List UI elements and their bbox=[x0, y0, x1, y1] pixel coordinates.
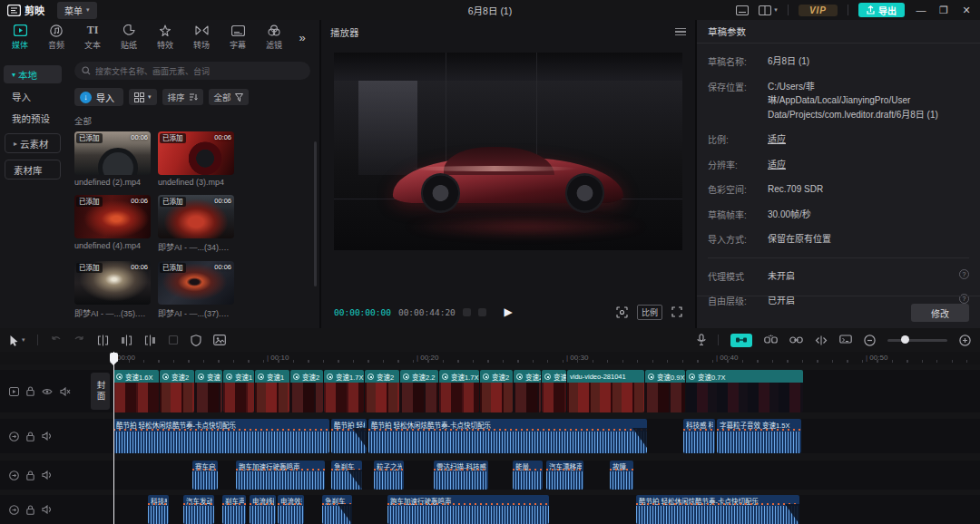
tab-sticker[interactable]: 贴纸 bbox=[111, 24, 147, 51]
video-clip[interactable]: 变速1.7X bbox=[439, 370, 479, 412]
delete-left-icon[interactable] bbox=[121, 335, 132, 346]
sound-effect-clip[interactable]: 酷节拍 轻松休闲炫酷节奏-卡点快切配乐 bbox=[636, 495, 799, 524]
sound-effect-clip[interactable]: 汽车发动 bbox=[183, 495, 214, 524]
undo-icon[interactable] bbox=[50, 335, 62, 345]
video-thumbnail[interactable]: 已添加 00:06 bbox=[158, 195, 234, 238]
sound-effect-clip[interactable]: 跑车加速行驶轰鸣声 bbox=[236, 461, 325, 490]
preview-quality-icon[interactable] bbox=[616, 306, 628, 318]
sound-effect-clip[interactable]: 刹车声 bbox=[222, 495, 246, 524]
param-value-link[interactable]: 适应 bbox=[768, 132, 802, 147]
minimize-button[interactable]: — bbox=[915, 5, 927, 15]
lock-icon[interactable] bbox=[26, 432, 34, 442]
video-thumbnail[interactable]: 已添加 00:06 bbox=[158, 261, 234, 305]
video-thumbnail[interactable]: 已添加 00:06 bbox=[74, 131, 151, 175]
video-clip[interactable]: 变速 bbox=[542, 370, 566, 412]
sidebar-item-stock[interactable]: 素材库 bbox=[5, 160, 61, 180]
sound-effect-clip[interactable]: 故障 bbox=[610, 461, 633, 490]
multitrack-view-icon[interactable] bbox=[839, 335, 852, 345]
info-icon[interactable]: ? bbox=[959, 269, 969, 279]
tab-media[interactable]: 媒体 bbox=[2, 24, 38, 51]
media-item[interactable]: 已添加 00:06 即梦AI - —...(34).mp4 bbox=[158, 195, 234, 253]
video-clip[interactable]: 变速2.2 bbox=[400, 370, 438, 412]
sound-effect-clip[interactable]: 汽车漂移声 bbox=[546, 461, 583, 490]
video-clip[interactable]: 变速1 bbox=[223, 370, 254, 412]
split-icon[interactable] bbox=[97, 335, 109, 346]
chroma-key-icon[interactable] bbox=[213, 335, 226, 345]
eye-icon[interactable] bbox=[42, 388, 53, 395]
zoom-in-icon[interactable] bbox=[959, 335, 971, 346]
sound-effect-clip[interactable]: 电流效果 bbox=[278, 495, 304, 524]
track-loop-icon[interactable] bbox=[9, 432, 19, 442]
media-item[interactable]: 已添加 00:06 即梦AI - —...(37).mp4 bbox=[158, 261, 234, 319]
sidebar-item-presets[interactable]: 我的预设 bbox=[4, 109, 62, 127]
play-button[interactable]: ▶ bbox=[504, 306, 512, 318]
music-clip[interactable]: 字幕粒子音效 变速1.5X bbox=[717, 419, 801, 453]
tab-audio[interactable]: 音频 bbox=[38, 24, 74, 51]
video-clip[interactable]: 变速1.7X bbox=[324, 370, 364, 412]
sound-effect-clip[interactable]: 粒子之光 bbox=[374, 461, 404, 490]
expand-clips-icon[interactable] bbox=[815, 335, 828, 345]
video-clip[interactable]: 变速2 bbox=[160, 370, 194, 412]
video-thumbnail[interactable]: 已添加 00:06 bbox=[74, 261, 151, 305]
mask-icon[interactable] bbox=[191, 335, 201, 346]
video-thumbnail[interactable]: 已添加 00:06 bbox=[158, 131, 234, 175]
music-clip[interactable]: 酷节拍 轻松休闲炫酷节奏-卡点快切配乐 bbox=[113, 419, 329, 453]
tab-effects[interactable]: 特效 bbox=[147, 24, 183, 51]
maximize-button[interactable]: ❐ bbox=[937, 5, 950, 16]
music-clip[interactable]: 酷节拍 轻松 bbox=[331, 419, 367, 453]
video-clip[interactable]: 变速0.9X bbox=[645, 370, 685, 412]
playhead-handle[interactable] bbox=[110, 353, 118, 362]
media-item[interactable]: 已添加 00:06 undefined (3).mp4 bbox=[158, 131, 234, 187]
cover-button[interactable]: 封面 bbox=[91, 373, 110, 410]
link-preview-icon[interactable] bbox=[764, 335, 778, 345]
video-clip[interactable]: 变速2 bbox=[290, 370, 323, 412]
crop-icon[interactable] bbox=[168, 335, 179, 345]
media-item[interactable]: 已添加 00:06 undefined (2).mp4 bbox=[74, 131, 151, 187]
sidebar-item-import[interactable]: 导入 bbox=[4, 87, 62, 105]
tab-text[interactable]: TI 文本 bbox=[74, 24, 111, 51]
view-mode-button[interactable]: ▾ bbox=[129, 89, 157, 105]
video-thumbnail[interactable]: 已添加 00:06 bbox=[74, 195, 151, 238]
media-item[interactable]: 已添加 00:06 即梦AI - —...(35).mp4 bbox=[74, 261, 151, 319]
vip-badge[interactable]: VIP bbox=[799, 5, 838, 16]
video-clip[interactable]: 变速2 bbox=[365, 370, 399, 412]
track-loop-icon[interactable] bbox=[9, 471, 19, 480]
media-item[interactable]: 已添加 00:06 undefined (4).mp4 bbox=[74, 195, 151, 253]
sound-effect-clip[interactable]: 急刹车 bbox=[331, 461, 362, 490]
timeline-ruler[interactable]: 00:0000:1000:2000:3000:4000:50 bbox=[0, 352, 980, 364]
redo-icon[interactable] bbox=[74, 335, 85, 345]
video-preview[interactable] bbox=[334, 53, 682, 250]
aspect-ratio-button[interactable]: 比例 bbox=[637, 305, 662, 320]
sound-effect-clip[interactable]: 能量 bbox=[513, 461, 543, 490]
scrollbar[interactable] bbox=[314, 141, 317, 286]
sound-effect-clip[interactable]: 雷达扫描-科技感 bbox=[434, 461, 488, 490]
playhead-line[interactable] bbox=[113, 352, 114, 524]
player-aux-button[interactable] bbox=[478, 308, 486, 316]
lock-icon[interactable] bbox=[26, 471, 34, 480]
video-clip[interactable]: 变速2 bbox=[480, 370, 513, 412]
video-clip[interactable]: 变速1.6X bbox=[113, 370, 159, 412]
import-button[interactable]: ↓ 导入 bbox=[74, 88, 123, 106]
tab-filters[interactable]: 滤镜 bbox=[256, 24, 292, 51]
sound-effect-clip[interactable]: 科技感 bbox=[148, 495, 169, 524]
video-clip[interactable]: 变速0.7X bbox=[686, 370, 803, 412]
sound-effect-clip[interactable]: 电流线圈 bbox=[250, 495, 276, 524]
tab-transitions[interactable]: 转场 bbox=[183, 24, 220, 51]
record-mic-icon[interactable] bbox=[697, 334, 706, 346]
track-loop-icon[interactable] bbox=[9, 505, 19, 515]
sound-effect-clip[interactable]: 赛车启动 bbox=[192, 461, 218, 490]
export-button[interactable]: 导出 bbox=[858, 3, 905, 17]
fullscreen-icon[interactable] bbox=[671, 306, 682, 317]
player-menu-icon[interactable] bbox=[675, 28, 686, 36]
speaker-icon[interactable] bbox=[42, 505, 53, 514]
filter-button[interactable]: 全部 bbox=[209, 89, 249, 105]
track-display-icon[interactable] bbox=[9, 387, 19, 396]
close-button[interactable]: ✕ bbox=[960, 5, 973, 16]
mute-speaker-icon[interactable] bbox=[60, 387, 71, 396]
speaker-icon[interactable] bbox=[42, 471, 53, 480]
speaker-icon[interactable] bbox=[42, 432, 53, 441]
sort-button[interactable]: 排序 bbox=[162, 89, 203, 105]
panel-layout-icon[interactable] bbox=[736, 5, 749, 15]
video-clip[interactable]: 变速 bbox=[195, 370, 222, 412]
sound-effect-clip[interactable]: 跑车加速行驶轰鸣声 bbox=[387, 495, 549, 524]
